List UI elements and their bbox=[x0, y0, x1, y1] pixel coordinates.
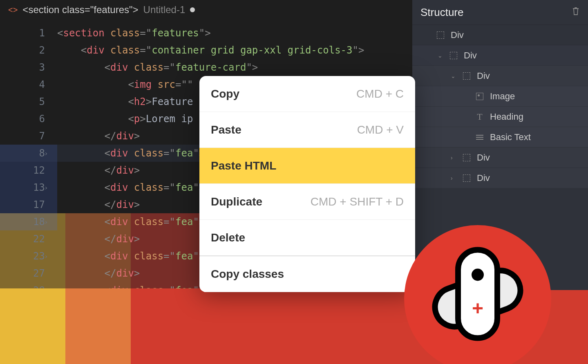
menu-item-copy[interactable]: CopyCMD + C bbox=[199, 76, 415, 112]
structure-header: Structure bbox=[412, 0, 588, 25]
heading-icon: T bbox=[475, 112, 484, 121]
breadcrumb[interactable]: <section class="features"> bbox=[22, 4, 138, 16]
menu-item-paste[interactable]: PasteCMD + V bbox=[199, 112, 415, 148]
line-number: 13› bbox=[0, 179, 57, 196]
menu-item-delete[interactable]: Delete bbox=[199, 220, 415, 256]
line-gutter: 12345678›1213›1718›2223›2728› bbox=[0, 20, 57, 306]
line-number: 23› bbox=[0, 248, 57, 265]
line-number: 12 bbox=[0, 162, 57, 179]
tree-item-heading[interactable]: THeading bbox=[412, 106, 588, 127]
box-icon bbox=[462, 71, 471, 80]
img-icon bbox=[475, 92, 484, 101]
menu-item-label: Paste HTML bbox=[211, 159, 276, 172]
chevron-icon[interactable]: › bbox=[451, 175, 456, 181]
box-icon bbox=[436, 31, 445, 40]
line-number: 4 bbox=[0, 76, 57, 93]
app-logo: + bbox=[404, 225, 551, 364]
tree-item-div[interactable]: ⌄Div bbox=[412, 65, 588, 86]
menu-item-label: Duplicate bbox=[211, 195, 262, 208]
context-menu: CopyCMD + CPasteCMD + VPaste HTMLDuplica… bbox=[199, 76, 415, 292]
tree-item-label: Heading bbox=[490, 112, 523, 122]
tree-item-div[interactable]: ⌄Div bbox=[412, 45, 588, 65]
tree-item-label: Div bbox=[451, 30, 464, 40]
menu-item-copy-classes[interactable]: Copy classes bbox=[199, 256, 415, 292]
menu-item-label: Delete bbox=[211, 231, 245, 244]
line-number: 27 bbox=[0, 265, 57, 282]
tree-item-label: Div bbox=[477, 173, 490, 183]
fold-chevron-icon[interactable]: › bbox=[44, 184, 48, 192]
tree-item-label: Div bbox=[464, 50, 477, 61]
fold-chevron-icon[interactable]: › bbox=[44, 252, 48, 260]
dirty-dot-icon bbox=[190, 7, 195, 12]
menu-item-label: Copy bbox=[211, 87, 239, 100]
structure-title: Structure bbox=[420, 6, 464, 19]
box-icon bbox=[462, 153, 471, 162]
menu-item-label: Paste bbox=[211, 123, 241, 136]
code-icon: <> bbox=[8, 5, 18, 15]
line-number: 2 bbox=[0, 42, 57, 59]
line-number: 1 bbox=[0, 25, 57, 42]
line-number: 3 bbox=[0, 59, 57, 76]
box-icon bbox=[449, 51, 458, 60]
tree-item-basic-text[interactable]: Basic Text bbox=[412, 127, 588, 147]
line-number: 8› bbox=[0, 145, 57, 162]
chevron-icon[interactable]: ⌄ bbox=[438, 52, 443, 59]
line-number: 6 bbox=[0, 110, 57, 127]
tree-item-div[interactable]: ›Div bbox=[412, 167, 588, 188]
line-number: 7 bbox=[0, 127, 57, 145]
tree-item-label: Basic Text bbox=[490, 132, 531, 143]
line-number: 17 bbox=[0, 196, 57, 213]
tree-item-label: Div bbox=[477, 152, 490, 163]
tree-item-label: Div bbox=[477, 71, 490, 81]
tree-item-div[interactable]: Div bbox=[412, 25, 588, 45]
filename[interactable]: Untitled-1 bbox=[143, 4, 186, 16]
menu-item-paste-html[interactable]: Paste HTML bbox=[199, 148, 415, 184]
fold-chevron-icon[interactable]: › bbox=[44, 150, 48, 157]
menu-item-shortcut: CMD + C bbox=[356, 87, 404, 100]
color-swatch-orange bbox=[65, 288, 131, 364]
menu-item-shortcut: CMD + SHIFT + D bbox=[311, 195, 404, 208]
menu-item-label: Copy classes bbox=[211, 268, 284, 281]
tree-item-label: Image bbox=[490, 91, 515, 102]
chevron-icon[interactable]: › bbox=[451, 154, 456, 161]
line-number: 22 bbox=[0, 230, 57, 248]
trash-icon[interactable] bbox=[572, 7, 580, 18]
tree-item-image[interactable]: Image bbox=[412, 86, 588, 106]
chevron-icon[interactable]: ⌄ bbox=[451, 73, 456, 79]
fold-chevron-icon[interactable]: › bbox=[44, 218, 48, 226]
line-number: 5 bbox=[0, 93, 57, 110]
menu-item-duplicate[interactable]: DuplicateCMD + SHIFT + D bbox=[199, 184, 415, 220]
line-number: 18› bbox=[0, 213, 57, 230]
box-icon bbox=[462, 174, 471, 183]
text-icon bbox=[475, 133, 484, 142]
menu-item-shortcut: CMD + V bbox=[357, 123, 404, 136]
structure-tree: Div⌄Div⌄DivImageTHeadingBasic Text›Div›D… bbox=[412, 25, 588, 188]
color-swatch-yellow bbox=[0, 288, 65, 364]
tree-item-div[interactable]: ›Div bbox=[412, 147, 588, 167]
